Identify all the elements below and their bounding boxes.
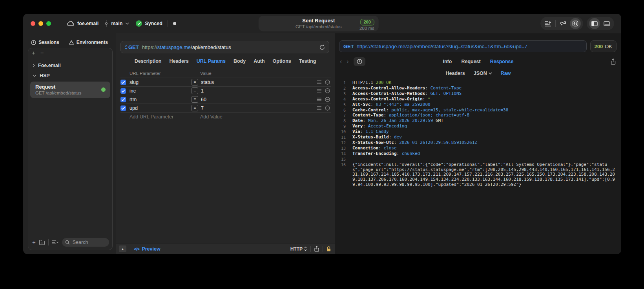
protocol-selector[interactable]: HTTP bbox=[290, 246, 307, 252]
tab-body[interactable]: Body bbox=[234, 58, 246, 64]
param-checkbox[interactable] bbox=[120, 105, 126, 111]
tab-description[interactable]: Description bbox=[135, 58, 162, 64]
branch-name[interactable]: main bbox=[111, 21, 122, 26]
app-window: foe.email main Synced bbox=[23, 14, 621, 254]
new-folder-icon[interactable] bbox=[39, 240, 45, 245]
line-text: {"incidents":null,"overall":{"code":"ope… bbox=[349, 162, 621, 188]
send-sync-icon[interactable] bbox=[570, 18, 581, 29]
link-loop-icon[interactable] bbox=[558, 18, 568, 29]
expand-panel-button[interactable]: ▲ bbox=[119, 245, 126, 252]
cloud-icon bbox=[67, 21, 75, 26]
response-line: 8Date: Mon, 26 Jan 2026 20:29:59 GMT bbox=[335, 118, 621, 124]
request-editor: GET https://statuspage.me/api/embed/stat… bbox=[116, 33, 335, 254]
remove-row-icon[interactable] bbox=[325, 88, 330, 93]
tree-group-hsp[interactable]: HSP bbox=[28, 71, 112, 81]
response-subtab-headers[interactable]: Headers bbox=[445, 71, 465, 76]
response-method: GET bbox=[343, 44, 354, 49]
param-value-input[interactable]: 60 bbox=[201, 97, 317, 102]
param-name-input[interactable]: rtm bbox=[130, 97, 192, 102]
response-tab-info[interactable]: Info bbox=[443, 59, 452, 64]
sidebar-footer: + bbox=[28, 236, 112, 250]
preview-button[interactable]: </> Preview bbox=[134, 246, 161, 252]
project-name[interactable]: foe.email bbox=[77, 21, 99, 26]
sort-list-icon[interactable] bbox=[52, 240, 59, 245]
tab-headers[interactable]: Headers bbox=[169, 58, 188, 64]
line-number: 9 bbox=[335, 124, 349, 129]
close-window-button[interactable] bbox=[31, 21, 35, 26]
tab-testing[interactable]: Testing bbox=[299, 58, 316, 64]
toggle-bottom-panel-icon[interactable] bbox=[602, 18, 612, 29]
chevron-down-icon[interactable] bbox=[125, 22, 129, 25]
add-value[interactable]: Add Value bbox=[200, 114, 223, 120]
drag-handle-icon[interactable] bbox=[317, 80, 321, 84]
response-line: 9Vary: Accept-Encoding bbox=[335, 124, 621, 129]
zoom-window-button[interactable] bbox=[46, 21, 51, 26]
drag-handle-icon[interactable] bbox=[317, 106, 321, 110]
method-selector[interactable]: GET bbox=[125, 44, 139, 50]
remove-row-icon[interactable] bbox=[325, 97, 330, 102]
toggle-left-panel-icon[interactable] bbox=[589, 18, 600, 29]
tab-auth[interactable]: Auth bbox=[254, 58, 265, 64]
add-session-button[interactable]: + bbox=[32, 50, 35, 56]
share-icon[interactable] bbox=[314, 246, 319, 252]
line-text: X-Status-Now-Utc: 2026-01-26T20:29:59.85… bbox=[349, 140, 621, 146]
line-number: 4 bbox=[335, 97, 349, 102]
response-subtab-raw[interactable]: Raw bbox=[501, 71, 511, 76]
drag-handle-icon[interactable] bbox=[317, 89, 321, 93]
response-line: 7Content-Type: application/json; charset… bbox=[335, 113, 621, 118]
param-name-input[interactable]: slug bbox=[130, 80, 192, 85]
resend-refresh-icon[interactable] bbox=[319, 44, 325, 50]
titlebar: foe.email main Synced bbox=[23, 14, 621, 33]
minimize-window-button[interactable] bbox=[38, 21, 43, 26]
lock-icon[interactable] bbox=[327, 246, 331, 252]
url-bar[interactable]: GET https://statuspage.me/api/embed/stat… bbox=[120, 41, 329, 53]
environments-icon bbox=[69, 40, 74, 45]
params-rows: slug=statusinc=1rtm=60upd=7 bbox=[120, 78, 331, 113]
param-name-input[interactable]: inc bbox=[130, 88, 192, 94]
tree-group-foe-email[interactable]: Foe.email bbox=[28, 60, 112, 71]
remove-row-icon[interactable] bbox=[325, 80, 330, 85]
param-checkbox[interactable] bbox=[120, 97, 126, 102]
response-status-code: 200 bbox=[595, 44, 603, 49]
line-number: 16 bbox=[335, 162, 349, 188]
line-number: 14 bbox=[335, 151, 349, 157]
param-value-input[interactable]: 7 bbox=[201, 105, 317, 111]
param-checkbox[interactable] bbox=[120, 80, 126, 85]
response-line: 6Cache-Control: public, max-age=15, stal… bbox=[335, 108, 621, 113]
tab-sessions-label: Sessions bbox=[38, 40, 59, 45]
search-box[interactable] bbox=[62, 238, 109, 247]
sync-check-icon bbox=[136, 20, 142, 27]
response-url-pill[interactable]: GET https://statuspage.me/api/embed/stat… bbox=[339, 40, 587, 52]
search-input[interactable] bbox=[72, 239, 106, 245]
add-param-row[interactable]: Add URL Parameter Add Value bbox=[120, 113, 331, 121]
add-url-parameter[interactable]: Add URL Parameter bbox=[130, 114, 200, 120]
tab-environments-label: Environments bbox=[77, 40, 108, 45]
param-value-input[interactable]: status bbox=[201, 80, 317, 85]
line-number: 6 bbox=[335, 108, 349, 113]
code-icon: </> bbox=[134, 247, 139, 251]
param-checkbox[interactable] bbox=[120, 88, 126, 94]
tab-url-params[interactable]: URL Params bbox=[197, 58, 226, 64]
response-subtabs: HeadersJSONRaw bbox=[335, 68, 621, 79]
divider bbox=[48, 239, 49, 245]
tab-environments[interactable]: Environments bbox=[69, 40, 108, 45]
drag-handle-icon[interactable] bbox=[317, 98, 321, 101]
param-value-input[interactable]: 1 bbox=[201, 88, 317, 94]
request-list-item-selected[interactable]: Request GET /api/embed/status bbox=[30, 82, 110, 98]
line-number: 1 bbox=[335, 80, 349, 86]
response-tab-request[interactable]: Request bbox=[461, 59, 480, 64]
remove-row-icon[interactable] bbox=[325, 105, 330, 111]
tab-sessions[interactable]: Sessions bbox=[31, 40, 59, 45]
export-share-icon[interactable] bbox=[611, 58, 616, 65]
new-request-button[interactable]: + bbox=[32, 240, 36, 245]
sent-request-summary[interactable]: Sent Request GET /api/embed/status 200 2… bbox=[259, 16, 379, 31]
tab-options[interactable]: Options bbox=[273, 58, 291, 64]
tree-group-label: HSP bbox=[40, 73, 50, 78]
remove-session-button[interactable]: − bbox=[40, 50, 44, 56]
response-body[interactable]: 1HTTP/1.1 200 OK2Access-Control-Allow-He… bbox=[335, 80, 621, 254]
param-name-input[interactable]: upd bbox=[130, 105, 192, 111]
response-tab-response[interactable]: Response bbox=[490, 59, 514, 64]
response-subtab-json[interactable]: JSON bbox=[474, 71, 492, 76]
import-icon[interactable] bbox=[543, 18, 553, 29]
divider bbox=[555, 20, 556, 27]
